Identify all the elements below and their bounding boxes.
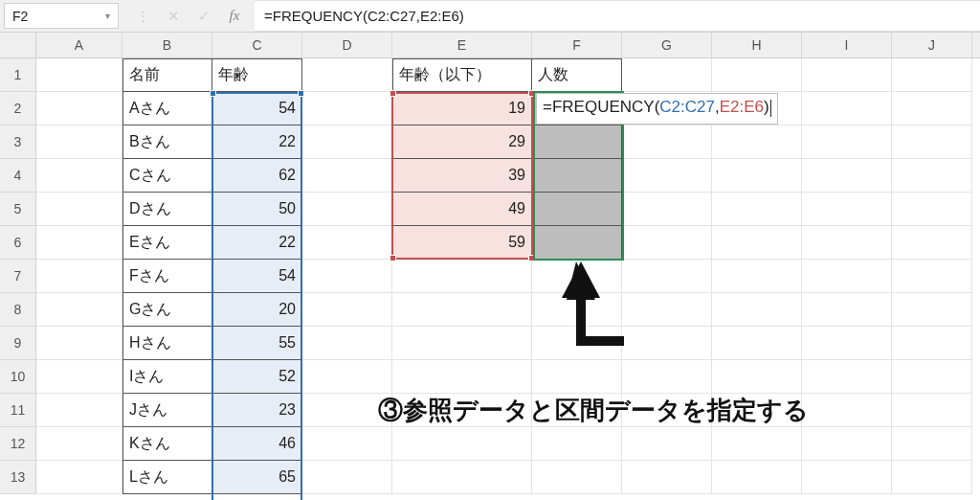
row-header[interactable]: 2 — [0, 92, 36, 125]
cell[interactable] — [802, 58, 892, 92]
cell[interactable] — [36, 193, 122, 226]
cell[interactable]: Fさん — [122, 260, 212, 293]
cell[interactable]: Hさん — [122, 327, 212, 360]
cancel-icon[interactable]: ✕ — [163, 6, 184, 27]
cell[interactable]: 年齢（以下） — [392, 58, 532, 92]
cell[interactable] — [36, 327, 122, 360]
cell[interactable] — [892, 293, 972, 327]
cell[interactable] — [36, 427, 122, 461]
cell[interactable] — [802, 226, 892, 260]
cell[interactable]: Iさん — [122, 360, 212, 394]
cell[interactable] — [302, 260, 392, 293]
cell[interactable]: Kさん — [122, 427, 212, 461]
cell[interactable] — [892, 159, 972, 193]
cell[interactable] — [302, 461, 392, 494]
cell[interactable] — [622, 360, 712, 394]
cell[interactable] — [36, 92, 122, 125]
cell[interactable] — [532, 427, 622, 461]
cell[interactable] — [302, 327, 392, 360]
cell[interactable] — [712, 427, 802, 461]
cell[interactable] — [802, 293, 892, 327]
row-header[interactable]: 12 — [0, 427, 36, 461]
row-header[interactable]: 9 — [0, 327, 36, 360]
cell[interactable] — [622, 58, 712, 92]
cell[interactable] — [712, 260, 802, 293]
cell[interactable] — [36, 58, 122, 92]
cell[interactable] — [802, 92, 892, 125]
cell[interactable] — [892, 193, 972, 226]
col-header[interactable]: F — [532, 33, 622, 57]
name-box[interactable]: F2 ▾ — [4, 3, 119, 29]
cell[interactable]: Lさん — [122, 461, 212, 494]
cell[interactable] — [532, 226, 622, 260]
cell[interactable] — [392, 427, 532, 461]
cell[interactable]: 22 — [212, 226, 302, 260]
col-header[interactable]: B — [122, 33, 212, 57]
cell[interactable] — [532, 461, 622, 494]
cell[interactable] — [392, 461, 532, 494]
cell[interactable]: 62 — [212, 159, 302, 193]
cell[interactable] — [392, 260, 532, 293]
cell[interactable] — [302, 360, 392, 394]
cell[interactable]: 39 — [392, 159, 532, 193]
cell[interactable] — [622, 293, 712, 327]
cell[interactable] — [802, 193, 892, 226]
cell[interactable] — [392, 360, 532, 394]
cell[interactable]: 50 — [212, 193, 302, 226]
cell[interactable] — [712, 226, 802, 260]
cell[interactable] — [622, 226, 712, 260]
row-header[interactable]: 8 — [0, 293, 36, 327]
cell[interactable]: 29 — [392, 125, 532, 159]
row-header[interactable]: 5 — [0, 193, 36, 226]
col-header[interactable]: A — [36, 33, 122, 57]
cell[interactable] — [802, 461, 892, 494]
cell[interactable] — [892, 327, 972, 360]
cell[interactable] — [892, 360, 972, 394]
cell[interactable]: 年齢 — [212, 58, 302, 92]
cell[interactable] — [302, 58, 392, 92]
cell[interactable] — [622, 327, 712, 360]
confirm-icon[interactable]: ✓ — [193, 6, 214, 27]
cell[interactable]: 54 — [212, 260, 302, 293]
cell[interactable]: 55 — [212, 327, 302, 360]
row-header[interactable]: 1 — [0, 58, 36, 92]
col-header[interactable]: I — [802, 33, 892, 57]
cell[interactable]: 65 — [212, 461, 302, 494]
chevron-down-icon[interactable]: ▾ — [100, 4, 114, 28]
cell[interactable] — [36, 461, 122, 494]
cell[interactable] — [392, 293, 532, 327]
row-header[interactable]: 13 — [0, 461, 36, 494]
cell[interactable] — [892, 125, 972, 159]
row-header[interactable]: 7 — [0, 260, 36, 293]
cell[interactable]: Dさん — [122, 193, 212, 226]
cell[interactable] — [532, 125, 622, 159]
cell[interactable] — [802, 327, 892, 360]
cell[interactable]: 22 — [212, 125, 302, 159]
cell[interactable]: 59 — [392, 226, 532, 260]
row-header[interactable]: 10 — [0, 360, 36, 394]
cell[interactable] — [622, 260, 712, 293]
cell[interactable]: 54 — [212, 92, 302, 125]
cell[interactable] — [36, 293, 122, 327]
spreadsheet-grid[interactable]: 1 名前 年齢 年齢（以下） 人数 2 Aさん 54 19 3 Bさん 22 2… — [0, 58, 980, 494]
cell[interactable] — [302, 92, 392, 125]
cell[interactable]: 20 — [212, 293, 302, 327]
cell[interactable] — [302, 159, 392, 193]
select-all-corner[interactable] — [0, 33, 36, 57]
cell[interactable] — [532, 193, 622, 226]
cell[interactable]: 19 — [392, 92, 532, 125]
cell[interactable] — [892, 427, 972, 461]
cell[interactable] — [36, 260, 122, 293]
cell[interactable] — [712, 327, 802, 360]
cell[interactable] — [532, 159, 622, 193]
row-header[interactable]: 6 — [0, 226, 36, 260]
cell[interactable] — [712, 360, 802, 394]
col-header[interactable]: C — [212, 33, 302, 57]
cell[interactable] — [712, 193, 802, 226]
col-header[interactable]: H — [712, 33, 802, 57]
cell[interactable]: Eさん — [122, 226, 212, 260]
formula-input[interactable]: =FREQUENCY(C2:C27,E2:E6) — [255, 0, 980, 32]
cell[interactable]: Aさん — [122, 92, 212, 125]
cell[interactable] — [892, 260, 972, 293]
row-header[interactable]: 11 — [0, 394, 36, 427]
